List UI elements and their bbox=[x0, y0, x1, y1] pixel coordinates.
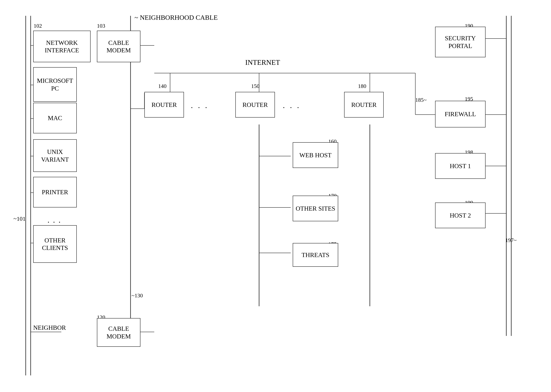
dots-140-150: . . . bbox=[191, 101, 209, 110]
ref-140: 140 bbox=[158, 83, 166, 89]
web-host-box: WEB HOST bbox=[293, 142, 338, 168]
security-portal-box: SECURITY PORTAL bbox=[435, 27, 486, 57]
other-sites-box: OTHER SITES bbox=[293, 196, 338, 221]
network-diagram: ~ NEIGHBORHOOD CABLE INTERNET 102 103 NE… bbox=[0, 0, 551, 392]
ref-197: 197~ bbox=[505, 237, 517, 243]
ref-185: 185~ bbox=[415, 97, 427, 103]
host2-box: HOST 2 bbox=[435, 203, 486, 228]
router-150-box: ROUTER bbox=[235, 92, 275, 118]
firewall-box: FIREWALL bbox=[435, 101, 486, 127]
ref-180: 180 bbox=[358, 83, 366, 89]
unix-variant-box: UNIX VARIANT bbox=[33, 139, 77, 172]
threats-box: THREATS bbox=[293, 243, 338, 267]
dots-150-180: . . . bbox=[283, 101, 301, 110]
neighborhood-cable-label: ~ NEIGHBORHOOD CABLE bbox=[135, 14, 218, 21]
printer-box: PRINTER bbox=[33, 177, 77, 207]
router-180-box: ROUTER bbox=[344, 92, 384, 118]
microsoft-pc-box: MICROSOFT PC bbox=[33, 67, 77, 102]
other-clients-box: OTHER CLIENTS bbox=[33, 225, 77, 263]
ref-150: 150 bbox=[251, 83, 259, 89]
ref-130: ~130 bbox=[131, 292, 143, 299]
ref-102: 102 bbox=[34, 23, 42, 29]
router-140-box: ROUTER bbox=[144, 92, 184, 118]
ref-101: ~101 bbox=[14, 215, 26, 222]
ref-103: 103 bbox=[97, 23, 105, 29]
cable-modem-103-box: CABLE MODEM bbox=[97, 31, 140, 62]
dots-101: . . . bbox=[47, 215, 61, 225]
mac-box: MAC bbox=[33, 103, 77, 133]
network-interface-box: NETWORK INTERFACE bbox=[33, 31, 91, 62]
internet-label: INTERNET bbox=[245, 58, 280, 67]
host1-box: HOST 1 bbox=[435, 153, 486, 179]
neighbor-label: NEIGHBOR bbox=[33, 324, 66, 331]
cable-modem-120-box: CABLE MODEM bbox=[97, 318, 140, 347]
